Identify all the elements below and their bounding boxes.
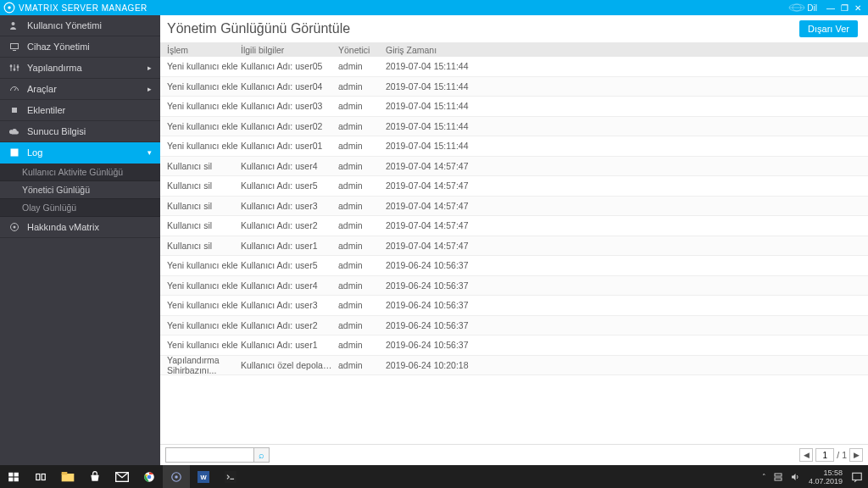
- svg-rect-6: [11, 44, 19, 49]
- sidebar-item-label: Hakkında vMatrix: [27, 222, 99, 232]
- table-row[interactable]: Yeni kullanıcı ekleKullanıcı Adı: user3a…: [160, 296, 868, 316]
- col-time[interactable]: Giriş Zamanı: [386, 45, 868, 55]
- svg-point-5: [12, 22, 15, 25]
- chrome-button[interactable]: [136, 465, 163, 488]
- cell-time: 2019-07-04 15:11:44: [386, 121, 868, 131]
- sidebar-sub-user-activity[interactable]: Kullanıcı Aktivite Günlüğü: [0, 164, 160, 181]
- col-info[interactable]: İlgili bilgiler: [241, 45, 338, 55]
- svg-point-20: [14, 226, 16, 229]
- cell-info: Kullanıcı Adı: user5: [241, 180, 338, 191]
- cell-info: Kullanıcı Adı: user2: [241, 220, 338, 230]
- cell-action: Yeni kullanıcı ekle: [160, 121, 241, 131]
- taskbar-clock[interactable]: 15:58 4.07.2019: [804, 469, 848, 485]
- chevron-right-icon: ▸: [147, 64, 152, 72]
- table-row[interactable]: Yeni kullanıcı ekleKullanıcı Adı: user2a…: [160, 316, 868, 336]
- table-row[interactable]: Yeni kullanıcı ekleKullanıcı Adı: user1a…: [160, 336, 868, 356]
- pager: ◀ / 1 ▶: [799, 448, 863, 462]
- cell-admin: admin: [338, 180, 386, 191]
- table-row[interactable]: Yeni kullanıcı ekleKullanıcı Adı: user03…: [160, 97, 868, 117]
- taskbar-app-terminal[interactable]: [217, 465, 244, 488]
- close-button[interactable]: ✕: [851, 3, 865, 13]
- cell-info: Kullanıcı Adı: user2: [241, 320, 338, 330]
- taskbar-app-word[interactable]: W: [190, 465, 217, 488]
- cell-admin: admin: [338, 121, 386, 131]
- cell-admin: admin: [338, 300, 386, 310]
- table-row[interactable]: Yeni kullanıcı ekleKullanıcı Adı: user01…: [160, 136, 868, 157]
- col-admin[interactable]: Yönetici: [338, 45, 386, 55]
- taskview-button[interactable]: [27, 465, 54, 488]
- cell-info: Kullanıcı Adı: user05: [241, 61, 338, 71]
- table-row[interactable]: Yeni kullanıcı ekleKullanıcı Adı: user05…: [160, 57, 868, 77]
- cell-action: Yeni kullanıcı ekle: [160, 340, 241, 350]
- svg-point-31: [147, 474, 152, 479]
- table-row[interactable]: Kullanıcı silKullanıcı Adı: user1admin20…: [160, 236, 868, 257]
- start-button[interactable]: [0, 465, 27, 488]
- svg-rect-22: [14, 472, 19, 476]
- explorer-button[interactable]: [54, 465, 81, 488]
- clock-date: 4.07.2019: [809, 477, 843, 485]
- tray-network-icon[interactable]: [770, 472, 787, 482]
- cell-admin: admin: [338, 241, 386, 251]
- pager-next-button[interactable]: ▶: [849, 448, 863, 462]
- table-row[interactable]: Kullanıcı silKullanıcı Adı: user4admin20…: [160, 157, 868, 177]
- sidebar-item-label: Eklentiler: [27, 105, 65, 115]
- svg-text:W: W: [200, 473, 207, 480]
- cell-admin: admin: [338, 340, 386, 350]
- cell-action: Yeni kullanıcı ekle: [160, 81, 241, 92]
- col-action[interactable]: İşlem: [160, 45, 241, 55]
- sidebar-item-config[interactable]: Yapılandırma ▸: [0, 58, 160, 79]
- svg-rect-37: [775, 478, 782, 480]
- sidebar-sub-event-log[interactable]: Olay Günlüğü: [0, 199, 160, 217]
- table-row[interactable]: Kullanıcı silKullanıcı Adı: user2admin20…: [160, 216, 868, 236]
- mail-button[interactable]: [108, 465, 136, 488]
- cell-time: 2019-06-24 10:56:37: [386, 340, 868, 350]
- pager-total: / 1: [837, 450, 847, 460]
- table-row[interactable]: Yeni kullanıcı ekleKullanıcı Adı: user02…: [160, 117, 868, 137]
- sidebar-subitem-label: Yönetici Günlüğü: [22, 185, 90, 195]
- minimize-button[interactable]: —: [824, 3, 837, 13]
- cell-time: 2019-07-04 14:57:47: [386, 201, 868, 211]
- cell-info: Kullanıcı Adı: user4: [241, 280, 338, 291]
- sidebar-item-tools[interactable]: Araçlar ▸: [0, 79, 160, 100]
- taskbar-app-vmatrix[interactable]: [163, 465, 190, 488]
- sidebar-item-devices[interactable]: Cihaz Yönetimi: [0, 36, 160, 58]
- language-button[interactable]: Dil: [807, 3, 817, 13]
- sidebar-item-users[interactable]: Kullanıcı Yönetimi: [0, 15, 160, 36]
- cell-info: Kullanıcı özel depolama alanı:...: [241, 360, 338, 370]
- cell-time: 2019-06-24 10:56:37: [386, 260, 868, 270]
- pager-page-input[interactable]: [815, 448, 834, 462]
- sidebar-item-about[interactable]: Hakkında vMatrix: [0, 217, 160, 238]
- tray-chevron-icon[interactable]: ˄: [759, 473, 770, 481]
- svg-rect-24: [14, 477, 19, 481]
- table-body: Yeni kullanıcı ekleKullanıcı Adı: user05…: [160, 57, 868, 444]
- sidebar-subitem-label: Olay Günlüğü: [22, 202, 76, 213]
- table-row[interactable]: Kullanıcı silKullanıcı Adı: user5admin20…: [160, 176, 868, 197]
- pager-prev-button[interactable]: ◀: [799, 448, 813, 462]
- svg-rect-23: [8, 477, 13, 481]
- chevron-down-icon: ▾: [147, 148, 152, 157]
- store-button[interactable]: [81, 465, 108, 488]
- table-row[interactable]: Yeni kullanıcı ekleKullanıcı Adı: user5a…: [160, 256, 868, 276]
- search-input[interactable]: [165, 447, 254, 463]
- table-row[interactable]: Yeni kullanıcı ekleKullanıcı Adı: user04…: [160, 77, 868, 97]
- sidebar-item-serverinfo[interactable]: Sunucu Bilgisi: [0, 121, 160, 142]
- cell-time: 2019-07-04 15:11:44: [386, 101, 868, 111]
- cell-admin: admin: [338, 260, 386, 270]
- page-title: Yönetim Günlüğünü Görüntüle: [167, 21, 350, 36]
- table-row[interactable]: Yeni kullanıcı ekleKullanıcı Adı: user4a…: [160, 276, 868, 297]
- sidebar-sub-admin-log[interactable]: Yönetici Günlüğü: [0, 181, 160, 199]
- tray-volume-icon[interactable]: [787, 472, 804, 482]
- search-button[interactable]: ⌕: [254, 447, 270, 463]
- globe-icon[interactable]: [788, 3, 805, 13]
- search-icon: ⌕: [259, 450, 264, 460]
- table-row[interactable]: Yapılandırma Sihirbazını...Kullanıcı öze…: [160, 356, 868, 376]
- table-row[interactable]: Kullanıcı silKullanıcı Adı: user3admin20…: [160, 197, 868, 217]
- tray-notifications-icon[interactable]: [848, 471, 866, 483]
- maximize-button[interactable]: ❐: [837, 3, 851, 13]
- sidebar-item-log[interactable]: Log ▾: [0, 142, 160, 164]
- sidebar-item-plugins[interactable]: Eklentiler: [0, 100, 160, 121]
- cell-time: 2019-06-24 10:56:37: [386, 300, 868, 310]
- export-button[interactable]: Dışarı Ver: [799, 20, 858, 37]
- cell-admin: admin: [338, 280, 386, 291]
- svg-point-13: [17, 66, 19, 68]
